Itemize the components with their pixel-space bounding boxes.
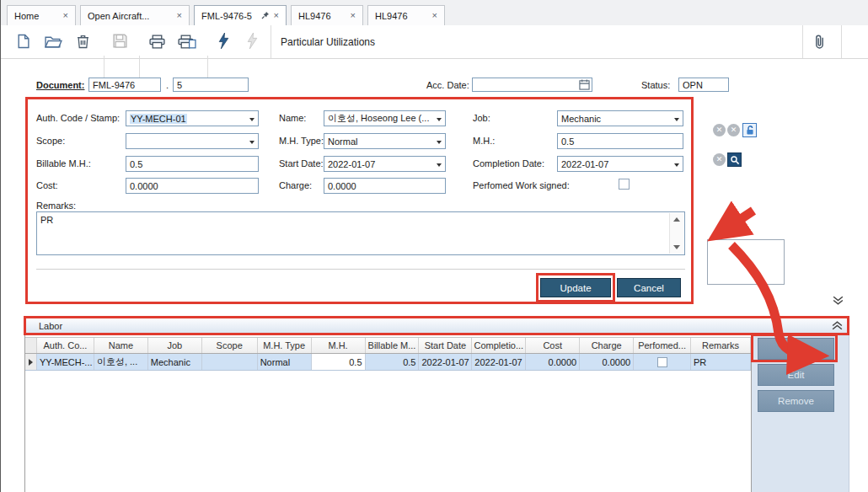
scroll-down-icon[interactable] (673, 245, 680, 249)
app-window: Home × Open Aircraft... × FML-9476-5 × H… (0, 0, 868, 492)
column-header-job[interactable]: Job (148, 338, 202, 353)
job-label: Job: (473, 113, 490, 123)
calendar-icon[interactable] (579, 79, 590, 92)
remarks-textarea[interactable]: PR (36, 211, 685, 255)
tab-label: HL9476 (375, 11, 408, 21)
print-button[interactable] (149, 35, 165, 49)
save-button[interactable] (113, 34, 127, 48)
close-icon[interactable]: × (63, 11, 68, 20)
background-groupbox (707, 239, 785, 285)
execute-secondary-button[interactable] (247, 33, 258, 49)
cell-billable: 0.5 (366, 354, 420, 370)
tab-home[interactable]: Home × (7, 5, 76, 26)
document-number-input[interactable]: FML-9476 (88, 78, 161, 92)
column-header-charge[interactable]: Charge (580, 338, 634, 353)
paperclip-icon (812, 34, 827, 50)
clear-field-icon[interactable]: ✕ (713, 153, 726, 166)
close-icon[interactable]: × (274, 11, 279, 20)
clear-field-icon[interactable]: ✕ (713, 124, 726, 136)
chevron-down-icon (674, 163, 679, 167)
close-icon[interactable]: × (177, 11, 182, 20)
row-indicator-icon (29, 359, 33, 366)
job-combo[interactable]: Mechanic (557, 110, 683, 126)
billable-mh-label: Billable M.H.: (36, 158, 91, 168)
document-label: Document: (36, 80, 84, 90)
tab-hl9476-1[interactable]: HL9476 × (291, 5, 363, 26)
close-icon[interactable]: × (351, 11, 356, 20)
column-header-auth-code[interactable]: Auth. Co... (37, 338, 94, 353)
delete-button[interactable] (77, 34, 89, 49)
billable-mh-input[interactable]: 0.5 (126, 156, 259, 172)
auth-code-combo[interactable]: YY-MECH-01 (126, 110, 259, 126)
column-header-completion[interactable]: Completio... (472, 338, 526, 353)
status-input[interactable]: OPN (678, 78, 729, 92)
new-document-button[interactable] (16, 34, 30, 49)
charge-input[interactable]: 0.0000 (324, 178, 446, 194)
column-header-mh[interactable]: M.H. (312, 338, 366, 353)
cell-cost: 0.0000 (526, 354, 580, 370)
collapse-labor-button[interactable] (831, 319, 844, 334)
column-header-start-date[interactable]: Start Date (419, 338, 472, 353)
name-combo[interactable]: 이호성, Hoseong Lee (... (324, 110, 446, 126)
toolbar-separator (271, 25, 271, 58)
edit-button[interactable]: Edit (758, 364, 834, 386)
acc-date-input[interactable] (472, 78, 592, 92)
open-button[interactable] (45, 35, 62, 49)
mh-input[interactable]: 0.5 (557, 133, 683, 149)
tab-open-aircraft[interactable]: Open Aircraft... × (80, 5, 190, 26)
close-icon[interactable]: × (432, 11, 437, 20)
tab-label: FML-9476-5 (201, 11, 252, 21)
completion-date-label: Completion Date: (473, 158, 544, 168)
labor-section-header[interactable]: Labor (24, 318, 849, 334)
execute-button[interactable] (218, 33, 229, 49)
column-header-performed[interactable]: Perfomed... (634, 338, 691, 353)
completion-date-combo[interactable]: 2022-01-07 (557, 156, 683, 172)
scope-combo[interactable] (126, 133, 259, 149)
cost-input[interactable]: 0.0000 (126, 178, 259, 194)
print-preview-button[interactable] (178, 35, 196, 49)
chevron-down-icon (249, 141, 255, 144)
form-separator (36, 269, 685, 270)
column-header-cost[interactable]: Cost (526, 338, 580, 353)
performed-signed-checkbox[interactable] (619, 179, 630, 190)
tab-hl9476-2[interactable]: HL9476 × (367, 5, 445, 26)
collapse-section-button[interactable] (832, 294, 844, 308)
column-header-name[interactable]: Name (94, 338, 148, 353)
start-date-combo[interactable]: 2022-01-07 (324, 156, 446, 172)
cancel-button[interactable]: Cancel (617, 278, 681, 297)
chevron-double-up-icon (831, 319, 844, 332)
update-button[interactable]: Update (540, 278, 611, 297)
billable-mh-value: 0.5 (130, 159, 142, 169)
remarks-label: Remarks: (36, 201, 76, 211)
mh-type-combo[interactable]: Normal (324, 133, 446, 149)
clear-field-icon[interactable]: ✕ (727, 124, 740, 136)
auth-code-value: YY-MECH-01 (130, 114, 187, 124)
table-row[interactable]: YY-MECH-... 이호성, ... Mechanic Normal 0.5… (25, 354, 751, 371)
performed-checkbox[interactable] (657, 357, 667, 367)
document-dot: . (166, 80, 169, 90)
pin-icon[interactable] (261, 11, 270, 21)
new-button[interactable]: New (758, 338, 834, 360)
attachment-button[interactable] (812, 34, 827, 50)
cost-value: 0.0000 (130, 181, 158, 191)
unlock-button[interactable] (742, 123, 757, 137)
document-suffix-input[interactable]: 5 (173, 78, 249, 92)
column-header-billable[interactable]: Billable M... (366, 338, 420, 353)
scroll-up-icon[interactable] (673, 217, 680, 222)
column-header-mh-type[interactable]: M.H. Type (258, 338, 312, 353)
tab-fml-9476-5[interactable]: FML-9476-5 × (194, 5, 287, 26)
job-value: Mechanic (561, 114, 601, 124)
annotation-arrow-left (718, 211, 753, 234)
remove-button[interactable]: Remove (758, 390, 834, 412)
tab-bar: Home × Open Aircraft... × FML-9476-5 × H… (1, 0, 868, 26)
chevron-double-down-icon (832, 294, 844, 307)
search-button[interactable] (727, 152, 742, 167)
column-header-scope[interactable]: Scope (202, 338, 258, 353)
textarea-scrollbar[interactable] (669, 213, 683, 254)
labor-table-header: Auth. Co... Name Job Scope M.H. Type M.H… (25, 337, 751, 354)
status-value: OPN (683, 80, 703, 90)
printer-icon (149, 35, 165, 49)
mh-type-value: Normal (328, 136, 357, 147)
column-header-remarks[interactable]: Remarks (691, 338, 751, 353)
open-folder-icon (45, 35, 62, 49)
